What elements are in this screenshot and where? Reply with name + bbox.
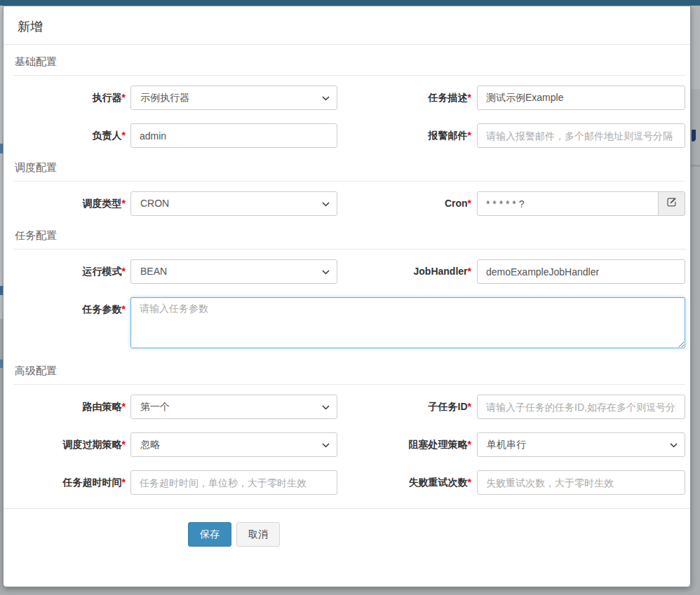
section-task-config: 任务配置 运行模式* BEAN JobHandler* — [13, 229, 685, 351]
job-param-label: 任务参数* — [13, 297, 130, 351]
cancel-button[interactable]: 取消 — [236, 522, 280, 547]
required-mark: * — [122, 477, 126, 488]
block-strategy-select-value: 单机串行 — [487, 439, 526, 450]
background-page-right-edge — [691, 6, 700, 595]
child-jobid-input[interactable] — [477, 395, 685, 419]
block-strategy-label: 阻塞处理策略* — [337, 432, 477, 457]
fail-retry-input[interactable] — [477, 470, 685, 495]
required-mark: * — [122, 303, 126, 315]
section-advanced-title: 高级配置 — [13, 364, 685, 385]
required-mark: * — [122, 439, 126, 450]
job-desc-input[interactable] — [477, 86, 685, 110]
required-mark: * — [122, 401, 126, 412]
section-schedule-config: 调度配置 调度类型* CRON Cron* — [13, 161, 685, 216]
background-page-fragment — [692, 130, 696, 142]
chevron-down-icon — [670, 443, 678, 448]
schedule-type-label: 调度类型* — [13, 191, 130, 216]
route-strategy-label: 路由策略* — [13, 395, 130, 419]
child-jobid-label: 子任务ID* — [337, 395, 477, 419]
save-button[interactable]: 保存 — [188, 522, 231, 547]
owner-label: 负责人* — [13, 123, 130, 148]
required-mark: * — [122, 92, 126, 103]
timeout-label: 任务超时时间* — [13, 470, 130, 495]
misfire-strategy-label: 调度过期策略* — [13, 432, 130, 457]
required-mark: * — [122, 266, 126, 277]
chevron-down-icon — [322, 443, 330, 448]
executor-label: 执行器* — [13, 86, 130, 110]
glue-type-select[interactable]: BEAN — [130, 259, 337, 284]
executor-select[interactable]: 示例执行器 — [130, 86, 337, 110]
schedule-type-select[interactable]: CRON — [130, 191, 337, 216]
fail-retry-label: 失败重试次数* — [337, 470, 477, 495]
section-task-title: 任务配置 — [13, 229, 685, 249]
required-mark: * — [122, 130, 126, 141]
jobhandler-input[interactable] — [477, 259, 685, 284]
section-basic-title: 基础配置 — [13, 55, 685, 76]
job-param-textarea[interactable] — [130, 297, 685, 348]
glue-type-label: 运行模式* — [13, 259, 130, 284]
required-mark: * — [468, 401, 471, 412]
required-mark: * — [468, 198, 471, 209]
chevron-down-icon — [322, 270, 330, 275]
modal-body: 基础配置 执行器* 示例执行器 任务描述* — [4, 45, 690, 495]
modal-header: 新增 — [4, 6, 690, 45]
timeout-input[interactable] — [130, 470, 337, 495]
chevron-down-icon — [322, 405, 330, 410]
required-mark: * — [468, 439, 471, 450]
job-desc-label: 任务描述* — [337, 86, 477, 110]
cron-input[interactable] — [477, 191, 659, 216]
cron-label: Cron* — [337, 191, 477, 216]
section-basic-config: 基础配置 执行器* 示例执行器 任务描述* — [13, 55, 685, 148]
chevron-down-icon — [322, 202, 330, 207]
chevron-down-icon — [322, 96, 330, 101]
block-strategy-select[interactable]: 单机串行 — [477, 432, 685, 457]
required-mark: * — [468, 477, 471, 488]
section-schedule-title: 调度配置 — [13, 161, 685, 182]
executor-select-value: 示例执行器 — [140, 92, 189, 103]
cron-edit-button[interactable] — [658, 191, 685, 216]
page-header-bar — [0, 0, 700, 6]
jobhandler-label: JobHandler* — [337, 259, 477, 284]
edit-icon — [666, 197, 677, 210]
glue-type-select-value: BEAN — [140, 266, 167, 277]
alarm-email-input[interactable] — [477, 123, 685, 148]
modal-title: 新增 — [18, 18, 676, 35]
schedule-type-select-value: CRON — [140, 198, 169, 209]
modal-footer: 保存 取消 — [4, 508, 690, 547]
route-strategy-select[interactable]: 第一个 — [130, 395, 337, 419]
required-mark: * — [468, 266, 471, 277]
misfire-strategy-select[interactable]: 忽略 — [130, 432, 337, 457]
misfire-strategy-select-value: 忽略 — [140, 439, 160, 450]
route-strategy-select-value: 第一个 — [140, 401, 170, 412]
add-task-modal: 新增 基础配置 执行器* 示例执行器 任务描述* — [3, 6, 691, 587]
required-mark: * — [468, 130, 471, 141]
section-advanced-config: 高级配置 路由策略* 第一个 子任务ID* — [13, 364, 685, 495]
alarm-email-label: 报警邮件* — [337, 123, 477, 148]
required-mark: * — [122, 198, 126, 209]
required-mark: * — [468, 92, 471, 103]
owner-input[interactable] — [130, 123, 337, 148]
